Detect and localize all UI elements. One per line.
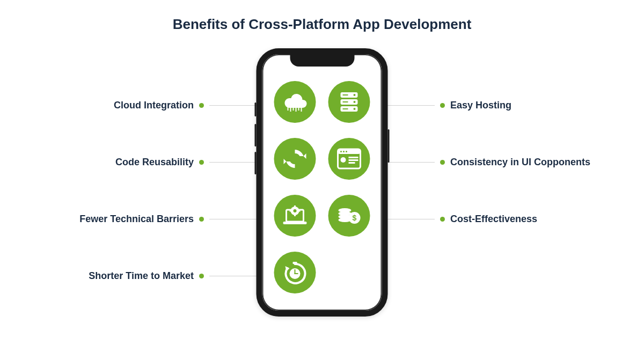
- svg-rect-23: [349, 162, 355, 164]
- server-icon: [338, 90, 361, 114]
- svg-rect-41: [295, 273, 298, 274]
- benefit-label: Shorter Time to Market: [89, 270, 204, 282]
- svg-rect-1: [290, 107, 291, 112]
- benefit-label: Fewer Technical Barriers: [79, 214, 204, 225]
- icon-grid: $: [262, 81, 382, 293]
- dashboard-icon: [337, 148, 362, 170]
- label-dot: [199, 274, 204, 278]
- svg-point-20: [341, 157, 346, 163]
- benefit-icon-coins: $: [328, 195, 370, 237]
- svg-point-27: [294, 209, 297, 212]
- benefit-text: Fewer Technical Barriers: [79, 214, 194, 225]
- svg-text:$: $: [353, 214, 357, 222]
- svg-point-10: [354, 101, 356, 103]
- label-dot: [440, 103, 445, 108]
- svg-rect-22: [349, 159, 358, 161]
- label-dot: [199, 217, 204, 222]
- benefit-label: Easy Hosting: [440, 100, 511, 111]
- svg-rect-12: [343, 94, 348, 95]
- benefit-text: Cost-Effectiveness: [450, 214, 537, 225]
- benefit-text: Consistency in UI Copponents: [450, 157, 590, 168]
- phone-button: [388, 129, 390, 163]
- svg-point-19: [346, 151, 347, 152]
- svg-rect-28: [294, 205, 296, 208]
- svg-point-11: [354, 108, 356, 110]
- benefit-label: Cost-Effectiveness: [440, 214, 537, 225]
- cloud-icon: [282, 91, 308, 113]
- phone-button: [255, 152, 257, 174]
- svg-rect-0: [288, 107, 289, 111]
- svg-point-18: [343, 151, 345, 152]
- benefit-text: Shorter Time to Market: [89, 270, 194, 282]
- phone-button: [255, 124, 257, 146]
- recycle-icon: [283, 146, 308, 171]
- benefit-text: Code Reusability: [115, 157, 194, 168]
- page-title: Benefits of Cross-Platform App Developme…: [0, 0, 644, 33]
- svg-rect-3: [296, 107, 297, 112]
- svg-rect-14: [343, 108, 348, 109]
- gear-laptop-icon: [282, 204, 308, 227]
- benefit-icon-server: [328, 81, 370, 123]
- benefit-label: Consistency in UI Copponents: [440, 157, 590, 168]
- svg-rect-29: [294, 214, 296, 216]
- svg-rect-5: [301, 107, 302, 112]
- timer-icon: [283, 261, 307, 284]
- svg-rect-4: [298, 107, 299, 111]
- benefit-text: Cloud Integration: [114, 100, 194, 111]
- label-dot: [199, 160, 204, 165]
- label-dot: [199, 103, 204, 108]
- svg-point-9: [354, 94, 356, 96]
- benefit-icon-dashboard: [328, 138, 370, 180]
- benefit-icon-recycle: [274, 138, 316, 180]
- benefit-icon-gear-laptop: [274, 195, 316, 237]
- benefit-icon-timer: [274, 252, 316, 293]
- phone-button: [255, 102, 257, 116]
- svg-rect-13: [343, 101, 348, 102]
- label-dot: [440, 160, 445, 165]
- svg-rect-31: [298, 210, 301, 212]
- svg-rect-2: [293, 107, 294, 111]
- svg-rect-21: [349, 157, 358, 158]
- svg-rect-42: [293, 262, 297, 264]
- label-dot: [440, 217, 445, 222]
- benefit-label: Cloud Integration: [114, 100, 204, 111]
- phone-notch: [290, 54, 354, 67]
- svg-rect-30: [290, 210, 292, 212]
- benefit-icon-cloud: [274, 81, 316, 123]
- coins-icon: $: [336, 205, 362, 226]
- benefit-label: Code Reusability: [115, 157, 204, 168]
- svg-point-17: [340, 151, 342, 152]
- svg-rect-25: [283, 222, 307, 224]
- phone-mockup: $: [257, 48, 388, 317]
- benefit-text: Easy Hosting: [450, 100, 511, 111]
